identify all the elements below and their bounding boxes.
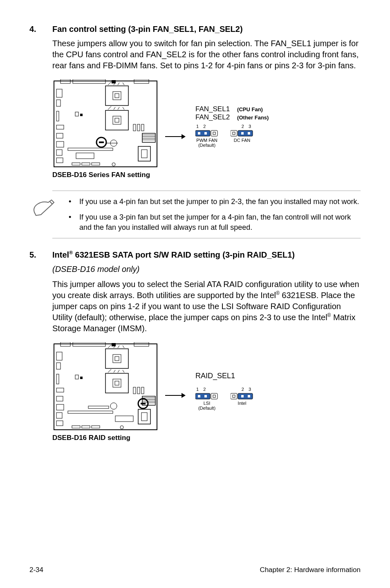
note-item-1: • If you use a 4-pin fan but set the jum…	[69, 197, 361, 206]
svg-rect-10	[56, 141, 64, 147]
svg-rect-20	[80, 114, 83, 116]
section-4-heading: 4. Fan control setting (3-pin FAN_SEL1, …	[29, 25, 361, 34]
jumper-detail-4: FAN_SEL1 (CPU Fan) FAN_SEL2 (Other Fans)…	[195, 105, 269, 148]
svg-rect-72	[75, 375, 78, 379]
svg-rect-85	[82, 426, 90, 428]
note-text-1: If you use a 4-pin fan but set the jumpe…	[79, 197, 359, 206]
svg-rect-46	[211, 130, 217, 136]
registered-mark: ®	[276, 290, 280, 296]
jumper-cap-right-icon	[231, 393, 253, 400]
pins-23-label: 2 3	[242, 124, 253, 129]
svg-rect-82	[138, 409, 150, 424]
svg-rect-33	[92, 163, 100, 165]
svg-rect-69	[105, 373, 128, 393]
page-footer: 2-34 Chapter 2: Hardware information	[29, 566, 361, 574]
svg-rect-12	[56, 158, 63, 163]
jumper-lsi: 1 2 LSI (Default)	[195, 387, 218, 411]
arrow-icon	[165, 132, 186, 141]
svg-rect-74	[133, 387, 136, 394]
fan-sel2-label: FAN_SEL2	[195, 113, 230, 121]
svg-rect-38	[99, 141, 104, 143]
svg-rect-67	[113, 355, 121, 363]
svg-rect-22	[137, 124, 140, 131]
svg-rect-24	[142, 133, 155, 142]
svg-rect-45	[204, 132, 207, 135]
svg-rect-50	[238, 130, 253, 136]
jumper-cap-left-icon	[195, 393, 218, 400]
svg-rect-21	[133, 124, 136, 131]
svg-rect-16	[105, 110, 128, 130]
svg-rect-35	[68, 148, 113, 150]
jumper-pwm: 1 2 PWM FAN (Default)	[195, 124, 218, 148]
note-text-2: If you use a 3-pin fan but set the jumpe…	[79, 212, 361, 232]
arrow-icon	[165, 391, 186, 399]
svg-marker-42	[182, 134, 186, 139]
svg-rect-17	[113, 116, 121, 124]
registered-mark: ®	[69, 250, 73, 256]
svg-rect-73	[80, 377, 83, 379]
svg-rect-83	[141, 413, 147, 421]
svg-rect-48	[231, 130, 237, 136]
svg-rect-70	[113, 379, 121, 387]
svg-rect-11	[56, 150, 62, 155]
svg-rect-97	[198, 395, 200, 397]
svg-rect-63	[56, 404, 64, 410]
svg-rect-47	[213, 132, 215, 135]
section-5-body: This jumper allows you to select the Ser…	[52, 279, 361, 334]
section-5-subtitle: (DSEB-D16 model only)	[52, 264, 361, 275]
svg-rect-44	[198, 132, 200, 135]
section-4-number: 4.	[29, 25, 52, 34]
svg-rect-76	[141, 387, 144, 394]
jumper-intel: 2 3 Intel	[231, 387, 253, 406]
svg-rect-84	[72, 426, 80, 428]
dc-fan-label: DC FAN	[234, 138, 250, 143]
diagram-5-caption: DSEB-D16 RAID setting	[52, 434, 361, 442]
svg-rect-8	[56, 125, 64, 129]
note-callout: • If you use a 4-pin fan but set the jum…	[52, 191, 361, 238]
svg-point-91	[110, 403, 117, 409]
svg-rect-43	[195, 130, 210, 136]
svg-rect-93	[141, 403, 146, 404]
svg-rect-23	[141, 124, 144, 131]
svg-marker-95	[182, 393, 186, 398]
svg-rect-89	[88, 406, 109, 408]
fan-sel1-label: FAN_SEL1	[195, 105, 230, 113]
svg-rect-36	[76, 153, 94, 159]
note-list: • If you use a 4-pin fan but set the jum…	[69, 197, 361, 232]
motherboard-diagram	[52, 79, 159, 169]
title-prefix: Intel	[52, 250, 69, 259]
svg-rect-29	[138, 146, 150, 161]
pwm-default-label: (Default)	[198, 143, 215, 148]
section-5-title: Intel® 6321ESB SATA port S/W RAID settin…	[52, 250, 295, 260]
jumper-dc: 2 3 DC FAN	[231, 124, 253, 143]
diagram-4-caption: DSEB-D16 Series FAN setting	[52, 171, 361, 179]
svg-rect-86	[92, 426, 100, 428]
svg-rect-51	[241, 132, 244, 135]
svg-rect-9	[56, 133, 63, 138]
svg-rect-31	[72, 163, 80, 165]
svg-rect-15	[115, 94, 119, 98]
svg-rect-65	[56, 421, 63, 426]
svg-rect-30	[141, 150, 147, 158]
svg-rect-52	[248, 132, 250, 135]
lsi-label: LSI	[204, 401, 211, 406]
pins-12-label-5: 1 2	[195, 387, 207, 392]
svg-rect-71	[115, 381, 119, 385]
jumper-cap-right-icon	[231, 130, 253, 137]
svg-rect-96	[195, 393, 210, 399]
svg-rect-18	[115, 118, 119, 122]
svg-rect-102	[233, 395, 235, 397]
section-4: 4. Fan control setting (3-pin FAN_SEL1, …	[29, 25, 361, 179]
raid-sel1-label: RAID_SEL1	[195, 372, 235, 380]
section-5-number: 5.	[29, 250, 52, 260]
jumper-detail-5: RAID_SEL1 1 2 LSI	[195, 372, 253, 411]
svg-rect-98	[204, 395, 207, 397]
chapter-label: Chapter 2: Hardware information	[260, 566, 361, 574]
svg-rect-68	[115, 357, 119, 361]
svg-rect-99	[211, 393, 217, 399]
svg-rect-103	[238, 393, 253, 399]
svg-rect-104	[241, 395, 244, 397]
fan-sel2-side: (Other Fans)	[237, 114, 269, 121]
jumper-cap-left-icon	[195, 130, 218, 137]
svg-rect-75	[137, 387, 140, 394]
